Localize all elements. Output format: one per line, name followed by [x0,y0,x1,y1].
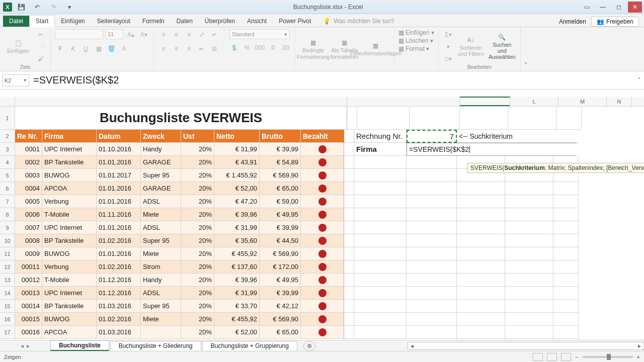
tab-review[interactable]: Überprüfen [199,16,241,27]
cell-c[interactable]: 01.12.2016 [97,274,141,287]
copy-icon[interactable]: 📄 [35,41,46,52]
cell[interactable] [407,247,457,260]
header-firma[interactable]: Firma [42,130,97,143]
row-header[interactable]: 9 [0,221,15,234]
cell[interactable] [505,287,553,300]
cell-d[interactable]: Super 95 [141,169,181,182]
cell-e[interactable]: 20% [181,300,214,313]
cell[interactable] [407,156,457,169]
cell[interactable] [354,156,407,169]
cell[interactable] [344,234,354,247]
cell[interactable] [457,208,505,221]
undo-icon[interactable]: ↶ [30,2,44,13]
cell-h[interactable] [301,287,344,300]
row-header[interactable]: 6 [0,182,15,195]
cell-d[interactable]: Handy [141,143,181,156]
view-page-layout-icon[interactable] [547,353,557,361]
cell[interactable] [407,300,457,313]
cell-h[interactable] [301,208,344,221]
cell-b[interactable]: T-Mobile [42,208,97,221]
redo-icon[interactable]: ↷ [46,2,60,13]
col-header-m[interactable]: M [558,97,607,106]
cell-g[interactable]: € 65,00 [260,182,301,195]
cell-g[interactable]: € 172,00 [260,260,301,274]
cell-g[interactable]: € 49,95 [260,208,301,221]
cell-e[interactable]: 20% [181,182,214,195]
cell[interactable] [354,260,407,274]
cell[interactable] [354,326,407,339]
cell-d[interactable] [141,326,181,339]
cell-e[interactable]: 20% [181,169,214,182]
cell-h[interactable] [301,300,344,313]
dec-decimal-icon[interactable]: .00 [280,42,291,53]
italic-icon[interactable]: K [67,43,78,54]
cell-g[interactable]: € 59,00 [260,195,301,208]
cell[interactable] [457,260,505,274]
close-icon[interactable]: ✕ [628,2,642,13]
cell-c[interactable]: 01.01.2016 [97,221,141,234]
cell-e[interactable]: 20% [181,313,214,326]
cell[interactable] [357,107,410,130]
cell-d[interactable]: GARAGE [141,182,181,195]
cell[interactable] [505,208,553,221]
bold-icon[interactable]: F [55,43,66,54]
cell[interactable] [457,247,505,260]
row-header[interactable]: 4 [0,156,15,169]
cell-d[interactable]: Handy [141,274,181,287]
cell-a[interactable]: 0003 [15,169,42,182]
cell-c[interactable]: 01.01.2016 [97,182,141,195]
cell-g[interactable]: € 54,89 [260,156,301,169]
cell[interactable] [457,182,505,195]
cell-f[interactable]: € 39,96 [214,274,260,287]
cut-icon[interactable]: ✂ [35,29,46,40]
cell[interactable] [457,326,505,339]
cell[interactable] [505,260,553,274]
save-icon[interactable]: 💾 [14,2,28,13]
cell-a[interactable]: 00013 [15,287,42,300]
cell-d[interactable]: ADSL [141,195,181,208]
cell-c[interactable]: 01.01.2016 [97,156,141,169]
insert-cells-button[interactable]: ▦ Einfügen ▾ [398,29,434,36]
cell-b[interactable]: UPC Internet [42,143,97,156]
cell-b[interactable]: BUWOG [42,247,97,260]
cell[interactable] [505,182,553,195]
cell[interactable] [556,107,582,130]
cell-b[interactable]: APCOA [42,182,97,195]
cell[interactable] [553,300,579,313]
border-icon[interactable]: ▦ [93,43,104,54]
sheet-tab-gruppierung[interactable]: Buchungsliste + Gruppierung [202,341,297,350]
cell[interactable] [553,195,579,208]
header-ust[interactable]: Ust [181,130,214,143]
cell[interactable] [505,247,553,260]
cell[interactable] [553,234,579,247]
row-header[interactable]: 12 [0,260,15,274]
scroll-right-icon[interactable]: ▸ [635,342,643,349]
currency-icon[interactable]: 💲 [228,42,239,53]
header-re-nr[interactable]: Re Nr. [15,130,42,143]
cell-e[interactable]: 20% [181,274,214,287]
cell[interactable] [407,182,457,195]
ribbon-options-icon[interactable]: ▭ [580,2,594,13]
row-header[interactable]: 5 [0,169,15,182]
align-top-icon[interactable]: ≡ [158,29,169,40]
cell[interactable] [344,182,354,195]
cell-b[interactable]: BUWOG [42,169,97,182]
horizontal-scrollbar[interactable]: ◂ ▸ [408,342,644,350]
cell-g[interactable]: € 569,90 [260,247,301,260]
cell[interactable] [354,221,407,234]
inc-decimal-icon[interactable]: .0 [267,42,278,53]
tab-insert[interactable]: Einfügen [55,16,91,27]
cell[interactable] [344,195,354,208]
cell-e[interactable]: 20% [181,260,214,274]
comma-icon[interactable]: 000 [254,42,265,53]
tab-page-layout[interactable]: Seitenlayout [91,16,136,27]
tab-file[interactable]: Datei [3,16,29,27]
cell[interactable] [457,221,505,234]
cell-a[interactable]: 0005 [15,195,42,208]
cell-d[interactable]: Super 95 [141,234,181,247]
cell-e[interactable]: 20% [181,195,214,208]
cell[interactable] [505,300,553,313]
cell-styles-button[interactable]: ▦Zellenformatvorlagen [362,42,390,56]
align-mid-icon[interactable]: ≡ [171,29,182,40]
cell-a[interactable]: 00016 [15,326,42,339]
